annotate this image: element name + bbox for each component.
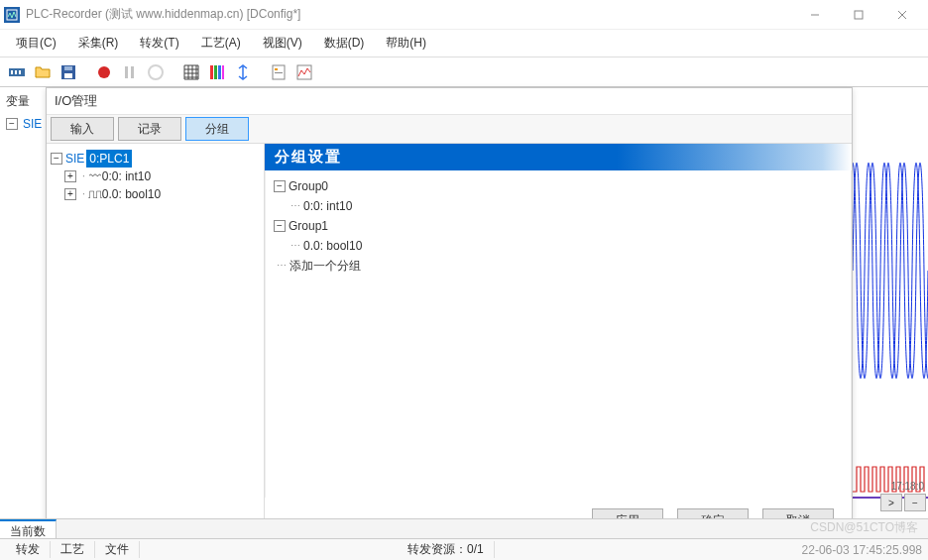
- dialog-title: I/O管理: [47, 88, 852, 115]
- sine-icon: 〰: [88, 168, 102, 185]
- tree-node-plc[interactable]: 0:PLC1: [86, 150, 132, 168]
- device-tree[interactable]: − SIE 0:PLC1 + · 〰 0:0: int10 + ·: [47, 144, 265, 520]
- svg-rect-21: [275, 68, 278, 70]
- status-bar: 转发 工艺 文件 转发资源：0/1 22-06-03 17:45:25.998: [0, 538, 928, 560]
- io-management-dialog: I/O管理 输入 记录 分组 − SIE 0:PLC1 + · 〰: [46, 87, 853, 543]
- svg-rect-22: [275, 72, 283, 73]
- toolbar: [0, 57, 928, 87]
- maximize-button[interactable]: [837, 0, 880, 30]
- svg-point-12: [98, 66, 110, 78]
- group1-node[interactable]: Group1: [289, 217, 328, 235]
- expand-icon[interactable]: −: [6, 118, 18, 130]
- group0-item[interactable]: 0:0: int10: [303, 197, 352, 215]
- status-timestamp: 22-06-03 17:45:25.998: [802, 543, 922, 557]
- group-settings-header: 分组设置: [265, 144, 852, 170]
- svg-rect-10: [64, 73, 72, 78]
- collapse-icon[interactable]: −: [274, 220, 286, 232]
- pause-icon[interactable]: [119, 61, 141, 83]
- tab-input[interactable]: 输入: [51, 117, 114, 141]
- record-icon[interactable]: [93, 61, 115, 83]
- group0-node[interactable]: Group0: [289, 177, 328, 195]
- leaf-icon: ⋯: [277, 257, 287, 275]
- palette-icon[interactable]: [206, 61, 228, 83]
- sidebar-root[interactable]: SIE: [23, 117, 42, 131]
- chart-nav-button[interactable]: >: [880, 494, 902, 511]
- svg-rect-2: [855, 11, 863, 19]
- open-icon[interactable]: [32, 61, 54, 83]
- group-tree[interactable]: − Group0 ⋯ 0:0: int10 − Group1: [265, 170, 852, 498]
- svg-rect-17: [214, 65, 217, 79]
- svg-rect-7: [15, 70, 17, 74]
- sidebar-tree[interactable]: − SIE: [6, 117, 42, 131]
- tree-root-sie[interactable]: SIE: [65, 150, 84, 168]
- chart-area: 17:18:0 > −: [853, 87, 928, 513]
- menu-tech[interactable]: 工艺(A): [191, 31, 251, 56]
- tree-node-bool10[interactable]: 0.0: bool10: [102, 185, 161, 203]
- svg-rect-18: [218, 65, 221, 79]
- tab-current-data[interactable]: 当前数: [0, 519, 57, 538]
- svg-rect-23: [297, 65, 311, 79]
- leaf-icon: ⋯: [290, 197, 300, 215]
- collapse-icon[interactable]: −: [274, 180, 286, 192]
- close-button[interactable]: [880, 0, 924, 30]
- chart-minus-button[interactable]: −: [904, 494, 926, 511]
- add-group-node[interactable]: 添加一个分组: [290, 257, 361, 275]
- chart-time-label: 17:18:0: [891, 481, 924, 492]
- group1-item[interactable]: 0.0: bool10: [303, 237, 362, 255]
- svg-rect-16: [210, 65, 213, 79]
- menu-help[interactable]: 帮助(H): [376, 31, 436, 56]
- report-icon[interactable]: [268, 61, 290, 83]
- window-title: PLC-Recorder (测试 www.hiddenmap.cn) [DCon…: [26, 6, 793, 23]
- svg-rect-11: [64, 66, 72, 70]
- svg-rect-19: [222, 65, 224, 79]
- menu-capture[interactable]: 采集(R): [68, 31, 129, 56]
- save-icon[interactable]: [58, 61, 79, 83]
- config-icon[interactable]: [6, 61, 28, 83]
- svg-rect-13: [125, 66, 128, 78]
- grid-icon[interactable]: [180, 61, 202, 83]
- collapse-icon[interactable]: −: [51, 153, 62, 165]
- tree-dash-icon: ·: [82, 185, 85, 203]
- tree-dash-icon: ·: [82, 168, 85, 185]
- menu-view[interactable]: 视图(V): [253, 31, 312, 56]
- minimize-button[interactable]: [793, 0, 837, 30]
- status-forward-source: 转发资源：0/1: [398, 541, 495, 558]
- bottom-tabs: 当前数: [0, 518, 928, 538]
- tab-group[interactable]: 分组: [185, 117, 249, 141]
- svg-rect-14: [131, 66, 134, 78]
- expand-icon[interactable]: +: [64, 170, 76, 182]
- menu-forward[interactable]: 转发(T): [130, 31, 188, 56]
- menu-project[interactable]: 项目(C): [6, 31, 66, 56]
- svg-rect-6: [11, 70, 13, 74]
- status-file[interactable]: 文件: [95, 541, 140, 558]
- menubar: 项目(C) 采集(R) 转发(T) 工艺(A) 视图(V) 数据(D) 帮助(H…: [0, 30, 928, 57]
- app-icon: [4, 7, 20, 23]
- sidebar-label: 变量: [6, 93, 30, 110]
- tab-record[interactable]: 记录: [118, 117, 181, 141]
- sine-wave: [853, 87, 928, 454]
- tree-node-int10[interactable]: 0:0: int10: [102, 168, 151, 185]
- svg-rect-8: [19, 70, 21, 74]
- svg-point-15: [149, 65, 163, 79]
- leaf-icon: ⋯: [290, 237, 300, 255]
- square-icon: ⎍⎍: [88, 185, 102, 203]
- status-tech[interactable]: 工艺: [51, 541, 95, 558]
- menu-data[interactable]: 数据(D): [314, 31, 375, 56]
- chart-icon[interactable]: [293, 61, 315, 83]
- watermark: CSDN@51CTO博客: [810, 519, 918, 536]
- expand-icon[interactable]: +: [64, 188, 76, 200]
- stretch-icon[interactable]: [232, 61, 254, 83]
- stop-icon[interactable]: [145, 61, 167, 83]
- status-forward[interactable]: 转发: [6, 541, 51, 558]
